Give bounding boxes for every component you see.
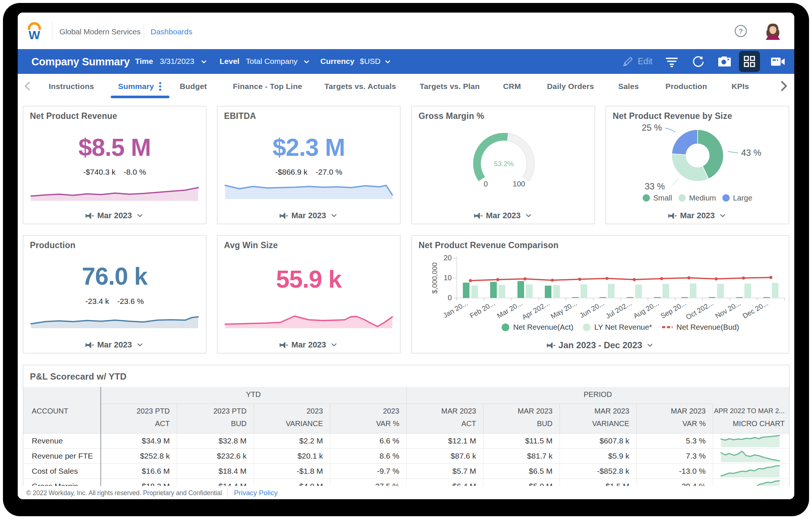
svg-text:0: 0 xyxy=(484,180,488,188)
svg-text:Sep 20...: Sep 20... xyxy=(659,299,687,320)
svg-text:Oct 202...: Oct 202... xyxy=(685,299,715,321)
svg-text:Mar 20...: Mar 20... xyxy=(496,299,523,320)
svg-text:25 %: 25 % xyxy=(642,123,662,133)
svg-text:53.2%: 53.2% xyxy=(494,160,514,168)
svg-text:10: 10 xyxy=(444,274,452,282)
svg-text:May 20...: May 20... xyxy=(549,299,578,320)
svg-text:Dec 20...: Dec 20... xyxy=(741,299,769,320)
svg-text:0: 0 xyxy=(448,294,452,302)
svg-text:Jun 20...: Jun 20... xyxy=(578,299,606,319)
svg-text:20: 20 xyxy=(444,254,452,262)
svg-text:Apr 202...: Apr 202... xyxy=(521,299,551,321)
svg-text:$,000,000: $,000,000 xyxy=(431,263,438,294)
svg-text:Nov 20...: Nov 20... xyxy=(714,299,742,320)
svg-text:W: W xyxy=(28,28,40,40)
svg-text:Feb 20...: Feb 20... xyxy=(468,299,496,320)
svg-text:33 %: 33 % xyxy=(645,181,665,191)
svg-text:Jul 202...: Jul 202... xyxy=(604,299,633,320)
svg-text:100: 100 xyxy=(513,180,525,188)
svg-text:?: ? xyxy=(739,27,743,35)
svg-text:43 %: 43 % xyxy=(741,148,761,158)
svg-text:Aug 20...: Aug 20... xyxy=(632,299,660,320)
svg-text:Jan 20...: Jan 20... xyxy=(442,299,469,319)
